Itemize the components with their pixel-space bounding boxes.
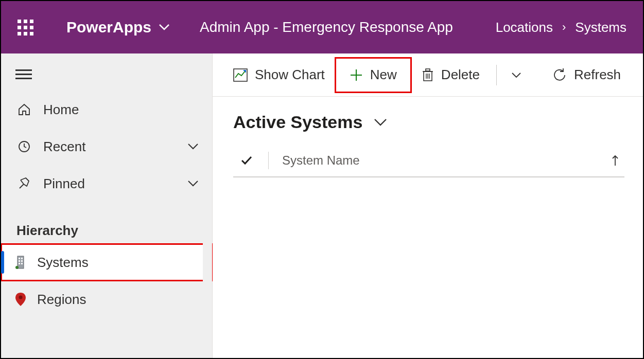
plus-icon xyxy=(350,68,363,82)
left-nav: ▲ Home Recent xyxy=(1,53,212,358)
trash-icon xyxy=(422,68,434,82)
nav-regions-label: Regions xyxy=(37,292,86,308)
svg-rect-2 xyxy=(19,258,20,259)
scrollbar-thumb[interactable] xyxy=(203,97,212,282)
svg-rect-6 xyxy=(19,263,20,264)
brand-label: PowerApps xyxy=(66,19,151,36)
chevron-down-icon xyxy=(374,118,387,127)
svg-rect-5 xyxy=(21,260,23,262)
refresh-label: Refresh xyxy=(574,67,621,83)
svg-rect-15 xyxy=(426,69,430,71)
svg-rect-7 xyxy=(21,263,23,264)
nav-collapse-button[interactable] xyxy=(1,53,212,86)
delete-label: Delete xyxy=(441,67,480,83)
nav-regions[interactable]: Regions xyxy=(1,281,212,318)
refresh-icon xyxy=(552,68,567,82)
breadcrumb-current[interactable]: Systems xyxy=(575,20,626,35)
refresh-button[interactable]: Refresh xyxy=(541,60,632,91)
nav-systems[interactable]: Systems xyxy=(1,244,212,281)
app-launcher-icon[interactable] xyxy=(18,20,33,35)
column-system-name[interactable]: System Name xyxy=(282,153,360,168)
chevron-down-icon xyxy=(159,24,170,31)
new-label: New xyxy=(370,67,397,83)
main-area: Show Chart New Delete xyxy=(212,53,643,358)
breadcrumb: Locations › Systems xyxy=(496,20,626,35)
nav-pinned[interactable]: Pinned xyxy=(1,165,212,202)
svg-rect-1 xyxy=(18,256,24,268)
command-bar: Show Chart New Delete xyxy=(213,53,643,97)
map-pin-icon xyxy=(13,292,28,307)
svg-point-9 xyxy=(19,296,23,299)
chevron-down-icon xyxy=(511,72,521,78)
check-icon xyxy=(240,155,253,166)
scroll-up-icon[interactable]: ▲ xyxy=(204,87,211,94)
building-icon xyxy=(13,255,28,270)
nav-home-label: Home xyxy=(43,102,79,118)
brand-switcher[interactable]: PowerApps xyxy=(66,19,170,36)
nav-recent[interactable]: Recent xyxy=(1,128,212,165)
app-title: Admin App - Emergency Response App xyxy=(200,19,453,35)
nav-recent-label: Recent xyxy=(43,139,85,155)
select-all-checkbox[interactable] xyxy=(233,155,253,166)
grid-header: System Name xyxy=(233,152,624,177)
delete-split-button[interactable] xyxy=(502,60,531,91)
pin-icon xyxy=(16,177,32,190)
nav-systems-label: Systems xyxy=(37,255,89,271)
nav-section-hierarchy: Hierarchy xyxy=(1,202,212,244)
new-button-highlight: New xyxy=(336,59,410,92)
home-icon xyxy=(16,103,32,116)
delete-button[interactable]: Delete xyxy=(410,60,491,91)
nav-pinned-label: Pinned xyxy=(43,176,85,192)
chevron-right-icon: › xyxy=(562,21,566,34)
nav-home[interactable]: Home xyxy=(1,91,212,128)
svg-point-8 xyxy=(15,266,19,269)
show-chart-button[interactable]: Show Chart xyxy=(222,60,336,91)
breadcrumb-parent[interactable]: Locations xyxy=(496,20,553,35)
global-header: PowerApps Admin App - Emergency Response… xyxy=(1,1,643,53)
view-selector[interactable]: Active Systems xyxy=(233,112,624,132)
chevron-down-icon[interactable] xyxy=(187,180,199,187)
sort-ascending-icon[interactable] xyxy=(611,154,624,167)
new-button[interactable]: New xyxy=(338,60,408,91)
clock-icon xyxy=(16,140,32,153)
show-chart-label: Show Chart xyxy=(255,67,325,83)
column-divider xyxy=(268,152,269,169)
svg-rect-3 xyxy=(21,258,23,259)
svg-rect-4 xyxy=(19,260,20,262)
view-title: Active Systems xyxy=(233,112,362,132)
chevron-down-icon[interactable] xyxy=(187,143,199,150)
chart-icon xyxy=(233,68,248,82)
command-divider xyxy=(496,65,497,85)
